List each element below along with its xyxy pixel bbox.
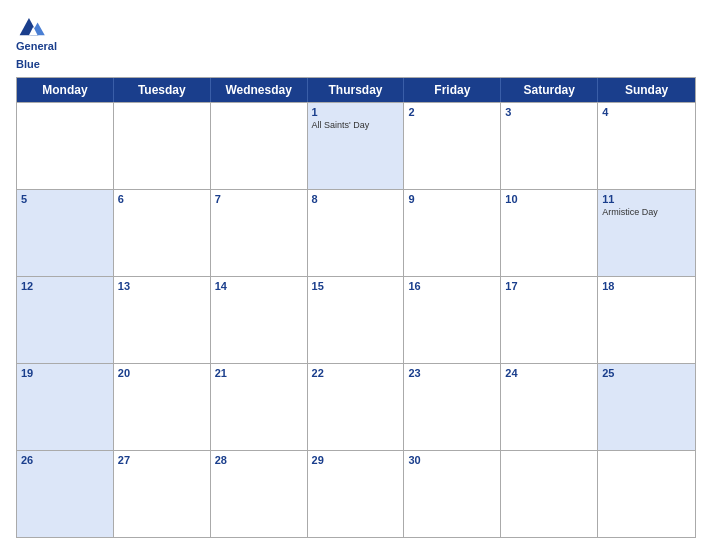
- day-number: 20: [118, 367, 206, 379]
- day-number: 29: [312, 454, 400, 466]
- day-number: 16: [408, 280, 496, 292]
- day-number: 15: [312, 280, 400, 292]
- logo: General Blue: [16, 12, 57, 71]
- calendar: MondayTuesdayWednesdayThursdayFridaySatu…: [16, 77, 696, 538]
- calendar-row-1: 567891011Armistice Day: [17, 189, 695, 276]
- calendar-header: MondayTuesdayWednesdayThursdayFridaySatu…: [17, 78, 695, 102]
- calendar-cell-13: 13: [114, 277, 211, 363]
- day-number: 9: [408, 193, 496, 205]
- calendar-cell-26: 26: [17, 451, 114, 537]
- calendar-cell-15: 15: [308, 277, 405, 363]
- calendar-cell-27: 27: [114, 451, 211, 537]
- day-number: 30: [408, 454, 496, 466]
- calendar-cell-19: 19: [17, 364, 114, 450]
- calendar-cell-10: 10: [501, 190, 598, 276]
- logo-blue-text: Blue: [16, 58, 40, 70]
- calendar-body: 1All Saints' Day234567891011Armistice Da…: [17, 102, 695, 537]
- page: General Blue MondayTuesdayWednesdayThurs…: [0, 0, 712, 550]
- weekday-header-wednesday: Wednesday: [211, 78, 308, 102]
- calendar-cell-24: 24: [501, 364, 598, 450]
- calendar-cell-7: 7: [211, 190, 308, 276]
- calendar-cell-3: 3: [501, 103, 598, 189]
- calendar-row-3: 19202122232425: [17, 363, 695, 450]
- day-number: 10: [505, 193, 593, 205]
- day-number: 21: [215, 367, 303, 379]
- calendar-cell-25: 25: [598, 364, 695, 450]
- day-number: 1: [312, 106, 400, 118]
- day-number: 24: [505, 367, 593, 379]
- calendar-row-4: 2627282930: [17, 450, 695, 537]
- weekday-header-sunday: Sunday: [598, 78, 695, 102]
- calendar-cell-empty: [17, 103, 114, 189]
- calendar-cell-6: 6: [114, 190, 211, 276]
- day-number: 5: [21, 193, 109, 205]
- calendar-cell-22: 22: [308, 364, 405, 450]
- day-number: 11: [602, 193, 691, 205]
- calendar-cell-23: 23: [404, 364, 501, 450]
- calendar-cell-11: 11Armistice Day: [598, 190, 695, 276]
- logo-general: General: [16, 40, 57, 52]
- calendar-cell-1: 1All Saints' Day: [308, 103, 405, 189]
- holiday-label: Armistice Day: [602, 207, 691, 217]
- day-number: 14: [215, 280, 303, 292]
- weekday-header-tuesday: Tuesday: [114, 78, 211, 102]
- calendar-row-0: 1All Saints' Day234: [17, 102, 695, 189]
- day-number: 4: [602, 106, 691, 118]
- calendar-cell-12: 12: [17, 277, 114, 363]
- day-number: 6: [118, 193, 206, 205]
- day-number: 17: [505, 280, 593, 292]
- day-number: 28: [215, 454, 303, 466]
- weekday-header-friday: Friday: [404, 78, 501, 102]
- day-number: 26: [21, 454, 109, 466]
- day-number: 23: [408, 367, 496, 379]
- calendar-cell-29: 29: [308, 451, 405, 537]
- calendar-cell-21: 21: [211, 364, 308, 450]
- calendar-cell-20: 20: [114, 364, 211, 450]
- calendar-cell-28: 28: [211, 451, 308, 537]
- calendar-row-2: 12131415161718: [17, 276, 695, 363]
- day-number: 13: [118, 280, 206, 292]
- header: General Blue: [16, 12, 696, 71]
- calendar-cell-14: 14: [211, 277, 308, 363]
- day-number: 22: [312, 367, 400, 379]
- day-number: 25: [602, 367, 691, 379]
- weekday-header-saturday: Saturday: [501, 78, 598, 102]
- calendar-cell-empty: [501, 451, 598, 537]
- day-number: 8: [312, 193, 400, 205]
- calendar-cell-5: 5: [17, 190, 114, 276]
- day-number: 7: [215, 193, 303, 205]
- calendar-cell-9: 9: [404, 190, 501, 276]
- calendar-cell-17: 17: [501, 277, 598, 363]
- day-number: 19: [21, 367, 109, 379]
- day-number: 2: [408, 106, 496, 118]
- calendar-cell-18: 18: [598, 277, 695, 363]
- weekday-header-monday: Monday: [17, 78, 114, 102]
- calendar-cell-30: 30: [404, 451, 501, 537]
- day-number: 27: [118, 454, 206, 466]
- calendar-cell-8: 8: [308, 190, 405, 276]
- day-number: 12: [21, 280, 109, 292]
- holiday-label: All Saints' Day: [312, 120, 400, 130]
- calendar-cell-empty: [598, 451, 695, 537]
- day-number: 18: [602, 280, 691, 292]
- calendar-cell-2: 2: [404, 103, 501, 189]
- calendar-cell-empty: [211, 103, 308, 189]
- calendar-cell-empty: [114, 103, 211, 189]
- calendar-cell-16: 16: [404, 277, 501, 363]
- weekday-header-thursday: Thursday: [308, 78, 405, 102]
- day-number: 3: [505, 106, 593, 118]
- calendar-cell-4: 4: [598, 103, 695, 189]
